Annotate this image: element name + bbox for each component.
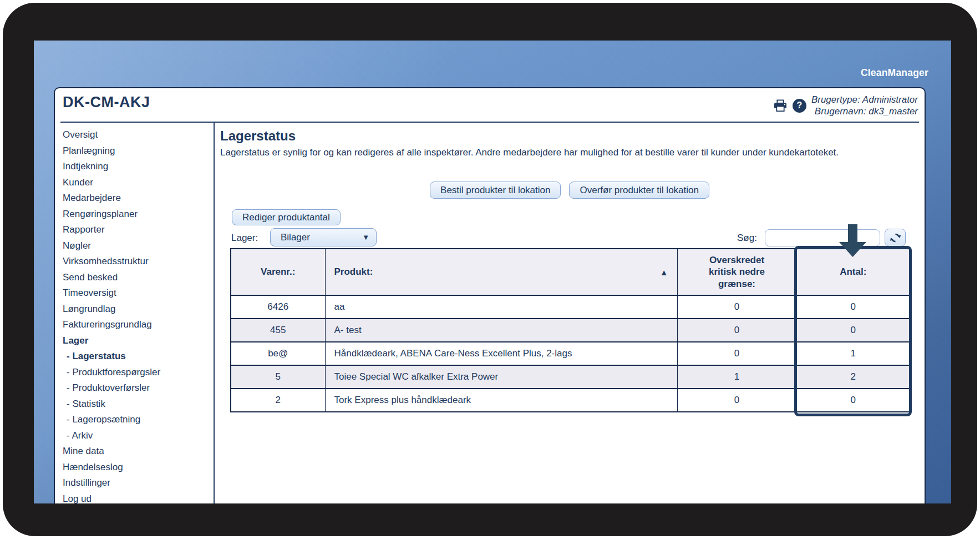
rediger-produktantal-button[interactable]: Rediger produktantal (232, 209, 341, 225)
sidebar-item-statistik[interactable]: - Statistik (67, 396, 211, 412)
cell-overskredet: 0 (677, 389, 796, 412)
sidebar-item-virksomhedsstruktur[interactable]: Virksomhedsstruktur (63, 254, 211, 270)
cell-produkt: Tork Express plus håndklædeark (325, 389, 677, 412)
sidebar-item-send-besked[interactable]: Send besked (63, 270, 211, 286)
sidebar-item-rengoeringsplaner[interactable]: Rengøringsplaner (63, 206, 211, 223)
sidebar-item-lager[interactable]: Lager (63, 333, 211, 349)
lager-select[interactable]: Bilager ▼ (270, 228, 377, 246)
table-row: 5Toiee Special WC afkalker Extra Power12 (231, 365, 910, 389)
cell-antal: 2 (796, 365, 910, 389)
sidebar-item-produktforespoergsler[interactable]: - Produktforespørgsler (67, 365, 211, 381)
cell-produkt: Håndklædeark, ABENA Care-Ness Excellent … (325, 342, 677, 365)
cell-antal: 0 (796, 319, 910, 342)
table-row: 2Tork Express plus håndklædeark00 (231, 389, 910, 412)
app-background: CleanManager DK-CM-AKJ ? Brugerty (34, 41, 951, 503)
user-type-label: Brugertype: Administrator (811, 94, 918, 105)
sidebar-item-medarbejdere[interactable]: Medarbejdere (63, 190, 211, 206)
cell-varenr: 455 (231, 319, 325, 342)
lagerstatus-table: Varenr.:Produkt:▲Overskredet kritisk ned… (230, 248, 911, 412)
column-header-overskredet-kritisk-nedre-graense[interactable]: Overskredet kritisk nedre grænse: (677, 249, 796, 295)
cell-overskredet: 0 (677, 342, 796, 365)
sidebar: OversigtPlanlægningIndtjekningKunderMeda… (63, 127, 211, 507)
sidebar-item-faktureringsgrundlag[interactable]: Faktureringsgrundlag (63, 317, 211, 333)
chevron-down-icon: ▼ (362, 233, 369, 241)
cell-varenr: 6426 (231, 295, 325, 319)
page-title: Lagerstatus (220, 128, 296, 144)
table-row: 6426aa00 (231, 295, 910, 319)
lager-label: Lager: (231, 233, 258, 244)
lager-select-value: Bilager (281, 232, 310, 243)
account-title: DK-CM-AKJ (63, 94, 150, 111)
user-name-label: Brugernavn: dk3_master (811, 105, 918, 117)
pointer-down-arrow (836, 224, 870, 259)
sidebar-item-loengrundlag[interactable]: Løngrundlag (63, 301, 211, 318)
cell-varenr: 5 (231, 365, 325, 389)
screenshot-canvas: CleanManager DK-CM-AKJ ? Brugerty (0, 0, 980, 539)
sidebar-item-haendelseslog[interactable]: Hændelseslog (63, 460, 211, 476)
cell-varenr: 2 (231, 389, 325, 412)
app-window: DK-CM-AKJ ? Brugertype: Administrator (54, 87, 926, 503)
sidebar-item-lagerstatus[interactable]: - Lagerstatus (67, 349, 211, 365)
sidebar-item-mine-data[interactable]: Mine data (63, 444, 211, 460)
column-label: Antal: (840, 266, 866, 278)
cell-antal: 0 (796, 389, 910, 412)
sidebar-item-indtjekning[interactable]: Indtjekning (63, 159, 211, 175)
sidebar-item-planlaegning[interactable]: Planlægning (63, 143, 211, 159)
lagerstatus-table-wrap: Varenr.:Produkt:▲Overskredet kritisk ned… (230, 248, 911, 412)
table-row: 455A- test00 (231, 319, 910, 342)
column-header-varenr[interactable]: Varenr.: (231, 249, 325, 295)
sidebar-item-rapporter[interactable]: Rapporter (63, 222, 211, 238)
cell-antal: 1 (796, 342, 910, 365)
action-buttons: Bestil produkter til lokation Overfør pr… (215, 182, 925, 199)
sidebar-item-lageropsaetning[interactable]: - Lageropsætning (67, 412, 211, 428)
sort-ascending-icon: ▲ (660, 268, 668, 277)
column-label: Produkt: (334, 266, 373, 278)
sorted-header: Produkt:▲ (334, 266, 668, 278)
overfoer-produkter-button[interactable]: Overfør produkter til lokation (569, 182, 709, 199)
sidebar-item-indstillinger[interactable]: Indstillinger (63, 475, 211, 491)
cell-overskredet: 0 (677, 319, 796, 342)
table-header-row: Varenr.:Produkt:▲Overskredet kritisk ned… (231, 249, 910, 295)
refresh-button[interactable] (885, 229, 906, 246)
sidebar-item-noegler[interactable]: Nøgler (63, 238, 211, 254)
sidebar-item-timeoversigt[interactable]: Timeoversigt (63, 285, 211, 301)
column-label: Overskredet kritisk nedre grænse: (700, 254, 774, 290)
cell-overskredet: 1 (677, 365, 796, 389)
window-frame: CleanManager DK-CM-AKJ ? Brugerty (3, 3, 977, 536)
table-row: be@Håndklædeark, ABENA Care-Ness Excelle… (231, 342, 910, 365)
sidebar-item-oversigt[interactable]: Oversigt (63, 127, 211, 143)
main-content: Lagerstatus Lagerstatus er synlig for og… (215, 123, 925, 503)
print-icon[interactable] (773, 99, 788, 112)
user-info: Brugertype: Administrator Brugernavn: dk… (811, 94, 918, 117)
header-right: ? Brugertype: Administrator Brugernavn: … (773, 94, 918, 117)
refresh-icon (890, 232, 901, 244)
column-label: Varenr.: (261, 266, 295, 278)
cell-overskredet: 0 (677, 295, 796, 319)
sidebar-item-arkiv[interactable]: - Arkiv (67, 428, 211, 444)
sidebar-item-produktoverfoersler[interactable]: - Produktoverførsler (67, 380, 211, 396)
cleanmanager-logo: CleanManager (861, 67, 928, 79)
cell-produkt: A- test (325, 319, 677, 342)
cell-varenr: be@ (231, 342, 325, 365)
page-description: Lagerstatus er synlig for og kan rediger… (220, 146, 894, 159)
cell-antal: 0 (796, 295, 910, 319)
cell-produkt: Toiee Special WC afkalker Extra Power (325, 365, 677, 389)
sidebar-item-kunder[interactable]: Kunder (63, 175, 211, 191)
cell-produkt: aa (325, 295, 677, 319)
sidebar-item-log-ud[interactable]: Log ud (63, 491, 211, 507)
bestil-produkter-button[interactable]: Bestil produkter til lokation (430, 182, 561, 199)
column-header-produkt[interactable]: Produkt:▲ (325, 249, 677, 295)
help-icon[interactable]: ? (793, 99, 806, 113)
search-label: Søg: (737, 233, 757, 244)
